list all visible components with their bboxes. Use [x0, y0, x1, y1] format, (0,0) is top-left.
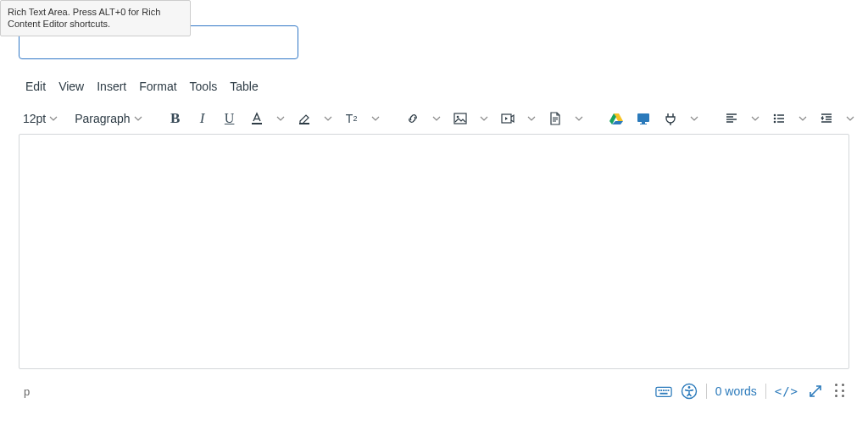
chevron-down-icon — [480, 114, 488, 123]
chevron-down-icon — [798, 114, 807, 123]
apps-button[interactable] — [659, 107, 682, 130]
bold-button[interactable]: B — [164, 107, 187, 130]
underline-button[interactable]: U — [218, 107, 242, 130]
svg-rect-11 — [656, 387, 671, 396]
link-button[interactable] — [401, 107, 425, 130]
editor-content-area[interactable] — [19, 134, 849, 369]
svg-point-10 — [773, 121, 776, 124]
bold-icon: B — [168, 111, 183, 126]
keyboard-shortcuts-button[interactable] — [655, 383, 672, 400]
chevron-down-icon — [276, 114, 285, 123]
chevron-down-icon — [575, 114, 583, 123]
block-format-select[interactable]: Paragraph — [70, 107, 146, 130]
svg-rect-0 — [252, 123, 262, 124]
svg-rect-2 — [454, 113, 466, 124]
image-icon — [453, 111, 468, 126]
text-color-dropdown[interactable] — [272, 107, 289, 130]
italic-icon: I — [195, 111, 210, 126]
chevron-down-icon — [134, 114, 142, 123]
text-color-icon — [249, 111, 264, 126]
chevron-down-icon — [371, 114, 380, 123]
chevron-down-icon — [324, 114, 332, 123]
highlight-button[interactable] — [292, 107, 316, 130]
svg-rect-7 — [640, 124, 647, 124]
chevron-down-icon — [527, 114, 536, 123]
svg-rect-13 — [660, 390, 662, 391]
element-path[interactable]: p — [24, 385, 30, 398]
svg-rect-12 — [658, 390, 659, 391]
menu-edit[interactable]: Edit — [25, 80, 46, 93]
align-left-icon — [724, 111, 739, 126]
align-button[interactable] — [720, 107, 743, 130]
word-count[interactable]: 0 words — [715, 384, 757, 398]
chevron-down-icon — [49, 114, 58, 123]
superscript-dropdown[interactable] — [367, 107, 384, 130]
fullscreen-button[interactable] — [807, 383, 824, 400]
statusbar: p 0 words </> — [19, 379, 849, 404]
bullet-list-icon — [771, 111, 787, 126]
svg-rect-14 — [663, 390, 665, 391]
statusbar-divider — [765, 384, 766, 399]
svg-point-3 — [456, 116, 459, 119]
image-button[interactable] — [448, 107, 472, 130]
svg-point-8 — [773, 114, 776, 117]
media-icon — [500, 111, 515, 126]
chevron-down-icon — [690, 114, 698, 123]
text-color-button[interactable] — [245, 107, 269, 130]
outdent-icon — [819, 111, 834, 126]
link-icon — [405, 111, 420, 126]
statusbar-divider — [706, 384, 707, 399]
svg-rect-6 — [642, 122, 645, 124]
svg-point-19 — [687, 386, 690, 389]
align-dropdown[interactable] — [747, 107, 764, 130]
font-size-select[interactable]: 12pt — [19, 107, 62, 130]
tooltip-shortcuts: Rich Text Area. Press ALT+0 for Rich Con… — [0, 0, 191, 36]
menu-table[interactable]: Table — [230, 80, 258, 93]
app-google-drive-button[interactable] — [604, 107, 628, 130]
chevron-down-icon — [751, 114, 760, 123]
bullet-list-dropdown[interactable] — [794, 107, 811, 130]
italic-button[interactable]: I — [191, 107, 214, 130]
tooltip-text: Rich Text Area. Press ALT+0 for Rich Con… — [8, 7, 160, 29]
underline-icon: U — [222, 111, 237, 126]
html-view-button[interactable]: </> — [775, 384, 798, 398]
highlight-dropdown[interactable] — [320, 107, 337, 130]
app-commons-button[interactable] — [632, 107, 655, 130]
document-icon — [548, 111, 563, 126]
media-button[interactable] — [496, 107, 520, 130]
menubar: Edit View Insert Format Tools Table — [25, 80, 259, 93]
apps-dropdown[interactable] — [686, 107, 703, 130]
indent-dropdown[interactable] — [842, 107, 859, 130]
bullet-list-button[interactable] — [767, 107, 791, 130]
toolbar: 12pt Paragraph B I U T2 — [19, 103, 849, 134]
accessibility-checker-button[interactable] — [681, 383, 698, 400]
menu-insert[interactable]: Insert — [97, 80, 126, 93]
svg-point-9 — [773, 118, 776, 120]
superscript-button[interactable]: T2 — [340, 107, 364, 130]
plug-icon — [663, 111, 678, 126]
menu-view[interactable]: View — [58, 80, 84, 93]
indent-button[interactable] — [815, 107, 838, 130]
chevron-down-icon — [432, 114, 441, 123]
svg-rect-15 — [665, 390, 666, 391]
chevron-down-icon — [846, 114, 854, 123]
document-button[interactable] — [543, 107, 567, 130]
link-dropdown[interactable] — [428, 107, 445, 130]
svg-rect-1 — [299, 123, 309, 124]
menu-format[interactable]: Format — [139, 80, 176, 93]
google-drive-icon — [609, 111, 624, 126]
resize-handle[interactable] — [832, 383, 849, 400]
svg-rect-17 — [659, 393, 667, 395]
block-format-label: Paragraph — [75, 112, 130, 125]
menu-tools[interactable]: Tools — [190, 80, 218, 93]
media-dropdown[interactable] — [523, 107, 540, 130]
document-dropdown[interactable] — [570, 107, 587, 130]
svg-rect-5 — [637, 113, 649, 122]
superscript-icon: T2 — [344, 111, 359, 126]
font-size-label: 12pt — [23, 112, 46, 125]
image-dropdown[interactable] — [476, 107, 492, 130]
highlight-icon — [297, 111, 312, 126]
commons-icon — [636, 111, 651, 126]
svg-rect-16 — [667, 390, 669, 391]
